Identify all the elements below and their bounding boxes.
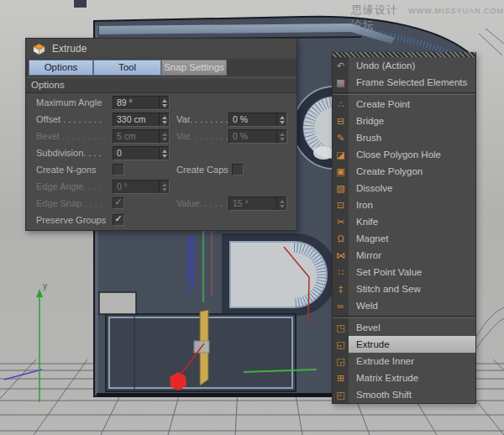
row-offset: Offset . . . . . . . . 330 cm Var. . . .… [26,111,297,128]
menu-item-close-polygon-hole[interactable]: ◪ Close Polygon Hole [333,146,475,163]
snap-value-stepper [276,197,286,210]
magnet-icon: Ω [333,230,349,247]
menu-item-bevel[interactable]: ◳ Bevel [333,319,475,336]
options-section-header: Options [26,77,297,93]
panel-tab-bar: Options Tool Snap Settings [26,59,297,76]
panel-title-bar: Extrude [26,39,297,59]
bevel-icon: ◳ [333,319,349,336]
menu-separator [333,314,475,319]
iron-icon: ⊡ [333,197,349,213]
row-maximum-angle: Maximum Angle 89 ° [26,94,297,111]
tab-options[interactable]: Options [29,60,93,76]
tab-tool[interactable]: Tool [93,60,161,76]
menu-item-undo[interactable]: ↶ Undo (Action) [333,57,475,74]
row-subdivision: Subdivision. . . . 0 [26,144,297,161]
bevel-label: Bevel . . . . . . . . . [36,131,106,141]
menu-item-create-polygon[interactable]: ▣ Create Polygon [333,163,475,180]
watermark-site-url: WWW.MISSYUAN.COM [408,7,504,15]
create-ngons-label: Create N-gons [36,165,97,175]
menu-item-bridge[interactable]: ⊟ Bridge [333,113,475,129]
stitch-and-sew-icon: ‡ [333,280,349,297]
brush-icon: ✎ [333,129,349,146]
options-fields: Maximum Angle 89 ° Offset . . . . . . . … [26,94,297,230]
offset-var-input[interactable]: 0 % [228,113,287,127]
subdivision-stepper[interactable] [159,147,169,160]
offset-var-label: Var. . . . . . . . [176,114,228,124]
knife-icon: ✂ [333,213,349,230]
menu-item-dissolve[interactable]: ▨ Dissolve [333,180,475,197]
menu-item-set-point-value[interactable]: ∷ Set Point Value [333,264,475,280]
edge-angle-input: 0 ° [113,180,170,194]
create-caps-checkbox[interactable] [232,164,244,176]
maximum-angle-input[interactable]: 89 ° [113,96,170,110]
offset-label: Offset . . . . . . . . [36,114,102,124]
menu-item-knife[interactable]: ✂ Knife [333,213,475,230]
create-caps-label: Create Caps [176,165,228,175]
preserve-groups-checkbox[interactable]: ✓ [113,214,124,226]
extrude-icon: ◱ [333,336,349,353]
create-polygon-icon: ▣ [333,163,349,180]
mirror-icon: ⋈ [333,247,349,264]
offset-var-stepper[interactable] [276,113,286,126]
row-edge-snap: Edge Snap . . . . ✓ Value. . . . . . 15 … [26,195,297,212]
menu-item-stitch-and-sew[interactable]: ‡ Stitch and Sew [333,280,475,297]
offset-stepper[interactable] [159,113,169,126]
axis-y-label: y [43,281,47,291]
preserve-groups-label: Preserve Groups [36,215,106,225]
row-create-ngons-caps: Create N-gons Create Caps [26,161,297,178]
row-edge-angle: Edge Angle. . . . 0 ° [26,178,297,195]
menu-item-magnet[interactable]: Ω Magnet [333,230,475,247]
maximum-angle-stepper[interactable] [159,97,169,109]
subdivision-input[interactable]: 0 [113,146,170,160]
undo-icon: ↶ [333,57,349,74]
weld-icon: ∞ [333,297,349,314]
smooth-shift-icon: ◰ [333,386,349,403]
watermark: 思缘设计论坛 WWW.MISSYUAN.COM [351,3,504,33]
edge-angle-stepper [159,181,169,193]
bevel-var-stepper [276,130,286,143]
bevel-var-input: 0 % [228,129,287,144]
bevel-input: 5 cm [113,129,170,144]
create-ngons-checkbox[interactable] [113,164,124,176]
watermark-site-name: 思缘设计论坛 [351,3,402,33]
menu-item-mirror[interactable]: ⋈ Mirror [333,247,475,264]
frame-selected-icon: ▦ [333,74,349,91]
snap-value-input: 15 ° [228,197,287,211]
offset-input[interactable]: 330 cm [113,113,170,127]
set-point-value-icon: ∷ [333,264,349,280]
menu-item-iron[interactable]: ⊡ Iron [333,197,475,213]
extrude-cube-icon [33,43,45,55]
extrude-inner-icon: ◲ [333,353,349,369]
menu-item-extrude-inner[interactable]: ◲ Extrude Inner [333,353,475,369]
close-polygon-hole-icon: ◪ [333,146,349,163]
menu-item-create-point[interactable]: ∴ Create Point [333,96,475,113]
menu-item-weld[interactable]: ∞ Weld [333,297,475,314]
edge-snap-checkmark: ✓ [113,197,123,207]
menu-item-frame-selected-elements[interactable]: ▦ Frame Selected Elements [333,74,475,91]
row-preserve-groups: Preserve Groups ✓ [26,212,297,228]
menu-item-matrix-extrude[interactable]: ⊞ Matrix Extrude [333,369,475,386]
menu-separator [333,91,475,96]
edge-angle-label: Edge Angle. . . . [36,181,102,191]
extrude-tool-panel: Extrude Options Tool Snap Settings Optio… [25,38,297,231]
bevel-stepper [159,130,169,143]
menu-item-smooth-shift[interactable]: ◰ Smooth Shift [333,386,475,403]
context-menu: ↶ Undo (Action) ▦ Frame Selected Element… [332,52,476,404]
matrix-extrude-icon: ⊞ [333,369,349,386]
maximum-angle-label: Maximum Angle [36,97,102,107]
dissolve-icon: ▨ [333,180,349,197]
snap-value-label: Value. . . . . . [176,198,228,208]
menu-item-brush[interactable]: ✎ Brush [333,129,475,146]
create-point-icon: ∴ [333,96,349,113]
tab-snap-settings[interactable]: Snap Settings [161,60,227,76]
preserve-groups-checkmark: ✓ [113,214,123,223]
bevel-var-label: Var. . . . . . . . [176,131,228,141]
subdivision-label: Subdivision. . . . [36,148,102,158]
panel-title: Extrude [52,43,87,55]
edge-snap-checkbox: ✓ [113,197,124,209]
row-bevel: Bevel . . . . . . . . . 5 cm Var. . . . … [26,128,297,144]
menu-item-extrude[interactable]: ◱ Extrude [333,336,475,353]
edge-snap-label: Edge Snap . . . . [36,198,102,208]
bridge-icon: ⊟ [333,113,349,129]
